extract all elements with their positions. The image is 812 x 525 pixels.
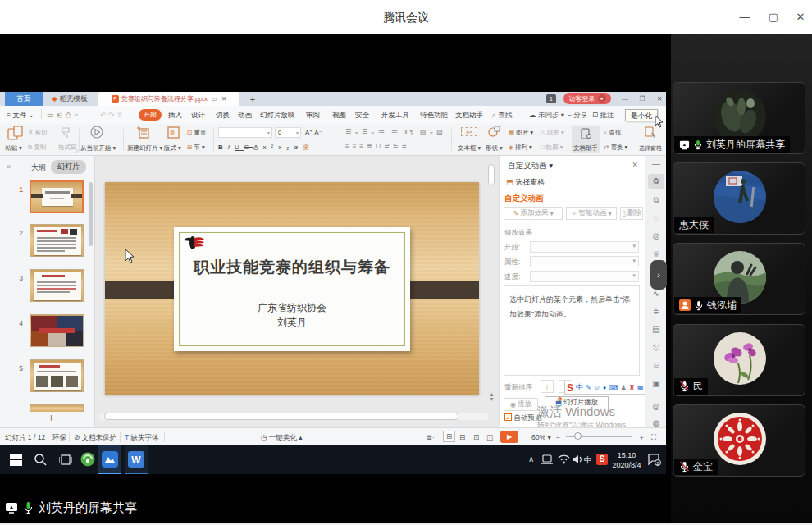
layout-button[interactable]: 版式 ▾ [164, 144, 181, 153]
participant-tile[interactable]: 金宝 [673, 404, 805, 477]
zoom-out-button[interactable]: − [556, 433, 560, 441]
font-size-combo[interactable]: 0▾ [275, 127, 301, 138]
slideshow-button[interactable]: ▶ [500, 431, 518, 443]
zoom-level[interactable]: 60% ▾ [531, 433, 551, 441]
current-slide[interactable]: 职业技能竞赛的组织与筹备 广东省纺织协会 刘英丹 [105, 182, 479, 395]
arrange-button[interactable]: ◈ 排列 ▾ [509, 144, 532, 152]
tray-wifi-icon[interactable] [558, 454, 570, 464]
menu-comment[interactable]: ⊡ 批注 [592, 111, 614, 121]
maximize-button[interactable]: ▢ [765, 11, 782, 23]
add-effect-button[interactable]: ✎ 添加效果 ▾ [504, 207, 563, 220]
strip-icon-8[interactable]: ▤ [645, 325, 667, 334]
strip-icon-10[interactable]: ⌸ [645, 361, 667, 371]
tray-volume-icon[interactable] [573, 454, 584, 464]
clipboard-group-expand[interactable]: ◿ [75, 148, 79, 153]
wps-home-tab[interactable]: 首页 [5, 92, 43, 106]
canvas-page-arrows[interactable]: ▲▼ [489, 392, 495, 402]
strip-icon-11[interactable]: ▣ [645, 379, 667, 388]
slide-thumbnail-4[interactable] [30, 314, 84, 347]
canvas-vscrollbar[interactable] [488, 164, 495, 185]
menu-design[interactable]: 设计 [191, 111, 205, 121]
textbox-icon[interactable]: A= [461, 127, 477, 136]
slide-thumbnail-3[interactable] [30, 269, 84, 302]
play-button[interactable]: ◉ 播放 [504, 398, 538, 411]
view-normal-icon[interactable]: ⊞ [443, 431, 455, 442]
view-grid-icon[interactable]: ⊟ [459, 433, 465, 441]
view-column-icon[interactable]: ⊡ [473, 433, 479, 441]
menu-share[interactable]: ⌐ 分享 [568, 111, 587, 121]
paste-icon[interactable] [7, 126, 23, 140]
start-button[interactable] [10, 454, 22, 466]
menu-start[interactable]: 开始 [139, 109, 162, 121]
view-notes-icon[interactable]: ◫ [486, 433, 493, 441]
shape-icon[interactable] [488, 126, 500, 138]
meeting-taskbar-button[interactable] [98, 445, 121, 474]
close-tab-icon[interactable]: ✕ [221, 95, 227, 103]
cut-button[interactable]: ✕ 剪切 [28, 129, 47, 137]
speed-combo[interactable] [530, 271, 639, 282]
pin-tab-icon[interactable]: ▭ [212, 96, 217, 103]
delete-effect-button[interactable]: ▯ 删除 [620, 207, 643, 220]
slide-thumbnail-2[interactable] [30, 224, 84, 257]
menu-review[interactable]: 审阅 [306, 111, 320, 121]
strip-icon-3[interactable]: ◎ [645, 231, 667, 240]
shape-button[interactable]: 形状 ▾ [486, 144, 503, 153]
zoom-slider-knob[interactable] [574, 432, 582, 440]
layout-icon[interactable] [167, 126, 180, 139]
canvas-hscroll-track[interactable] [99, 413, 488, 420]
menu-features[interactable]: 特色功能 [420, 111, 448, 121]
section-button[interactable]: ⊟ 节 ▾ [187, 144, 205, 152]
strip-collapse-icon[interactable]: — [645, 159, 667, 168]
copy-button[interactable]: ⧉ 复制 [28, 144, 46, 152]
slide-thumbnail-5[interactable] [30, 359, 84, 392]
guest-login-button[interactable]: 访客登录● [563, 93, 611, 104]
format-painter-icon[interactable] [61, 127, 71, 139]
menu-insert[interactable]: 插入 [168, 111, 182, 121]
strip-icon-7[interactable]: ≑ [645, 307, 667, 316]
slide-thumbnail-6[interactable] [30, 404, 84, 412]
close-button[interactable]: ✕ [792, 11, 809, 23]
participant-tile[interactable]: 民 [673, 324, 805, 396]
select-pane-button[interactable]: 选择窗格 [639, 144, 662, 153]
auto-preview-checkbox[interactable]: ✓ 自动预览 [504, 413, 541, 423]
task-view-icon[interactable] [59, 454, 72, 466]
status-eco[interactable]: 环保 [52, 433, 66, 443]
reset-button[interactable]: ⊡ 重置 [187, 129, 206, 137]
menu-transition[interactable]: 切换 [216, 111, 230, 121]
status-beautify[interactable]: ◷ 一键美化 ▴ [261, 433, 302, 443]
menu-assistant[interactable]: 文档助手 [455, 111, 483, 121]
strip-anim-icon[interactable]: ✿ [648, 174, 664, 189]
paste-button[interactable]: 粘贴 ▾ [5, 144, 22, 153]
strip-icon-1[interactable]: ⧉ [645, 195, 667, 205]
strip-icon-4[interactable]: ♕ [645, 249, 667, 258]
wps-restore-button[interactable]: ❐ [636, 92, 648, 106]
slide-thumbnail-1[interactable] [30, 180, 84, 213]
tray-expand-icon[interactable]: ∧ [528, 454, 534, 463]
status-notes-icon[interactable]: ≣· [427, 433, 435, 441]
doc-assistant-button[interactable]: 文档助手 [573, 144, 598, 153]
new-slide-icon[interactable] [137, 126, 149, 139]
select-pane-icon[interactable] [645, 126, 656, 138]
outline-button[interactable]: □ 轮廓 ▾ [541, 144, 563, 152]
align-buttons[interactable]: ≡≡≡≣⊔≓≒≑ [345, 143, 410, 150]
action-center-icon[interactable]: 2 [648, 454, 661, 466]
smart-anim-button[interactable]: ✧ 智能动画 ▾ [566, 207, 617, 220]
new-tab-button[interactable]: + [246, 92, 259, 106]
new-slide-button[interactable]: 新建幻灯片 ▾ [127, 144, 162, 153]
outline-tab[interactable]: 大纲 [31, 162, 46, 173]
start-combo[interactable] [530, 241, 639, 253]
taskbar-clock[interactable]: 15:102020/8/4 [610, 450, 643, 470]
strip-icon-9[interactable]: ⎋ [645, 343, 667, 353]
wps-docer-tab[interactable]: ◆稻壳模板 [43, 92, 97, 106]
textbox-button[interactable]: 文本框 ▾ [458, 144, 481, 153]
menu-find[interactable]: ⌕ 查找 [492, 111, 512, 121]
participant-tile[interactable]: 刘英丹的屏幕共享 [673, 82, 805, 154]
play-from-current-button[interactable]: 从当前开始 ▾ [80, 144, 116, 153]
menu-animation[interactable]: 动画 [238, 111, 252, 121]
font-style-buttons[interactable]: BIUSA̲x²x₂⌀变 [218, 143, 314, 152]
font-name-combo[interactable]: ▾ [218, 127, 272, 138]
wps-close-button[interactable]: ✕ [654, 92, 665, 106]
taskbar-search-icon[interactable] [34, 454, 47, 466]
file-menu[interactable]: ≡ 文件 ⌄ [7, 111, 34, 121]
menu-security[interactable]: 安全 [355, 111, 369, 121]
